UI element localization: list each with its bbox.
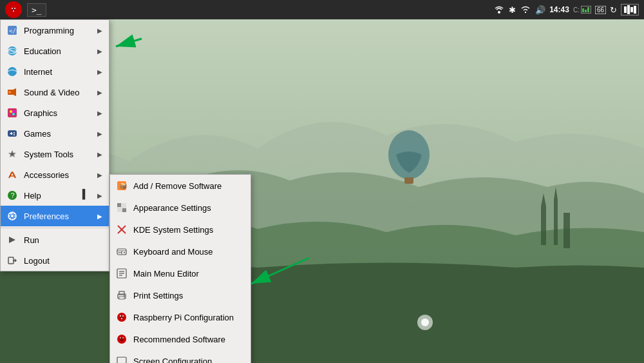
- kde-system-settings-icon: [115, 223, 128, 236]
- volume-icon[interactable]: 🔊: [535, 5, 545, 15]
- svg-point-34: [14, 132, 15, 133]
- svg-point-63: [124, 295, 125, 297]
- menu-item-sound-video[interactable]: Sound & Video ▶: [1, 82, 109, 103]
- games-label: Games: [24, 129, 92, 139]
- svg-point-15: [14, 8, 15, 9]
- menu-item-programming[interactable]: </> Programming ▶: [1, 20, 109, 41]
- svg-rect-9: [404, 177, 413, 184]
- submenu-item-main-menu-editor[interactable]: Main Menu Editor: [110, 262, 251, 284]
- education-label: Education: [24, 46, 92, 56]
- screen-configuration-icon: [115, 355, 128, 363]
- svg-rect-47: [122, 208, 126, 212]
- svg-marker-25: [13, 88, 16, 96]
- network-manager-icon[interactable]: [493, 3, 505, 17]
- menu-item-run[interactable]: Run: [1, 230, 109, 250]
- svg-rect-53: [118, 252, 120, 253]
- menu-item-accessories[interactable]: Accessories ▶: [1, 164, 109, 185]
- menu-item-preferences[interactable]: Preferences ▶: [1, 206, 109, 226]
- submenu-item-add-remove-software[interactable]: 📦 Add / Remove Software: [110, 175, 251, 197]
- preferences-arrow: ▶: [97, 213, 102, 220]
- wifi-icon[interactable]: [520, 3, 531, 17]
- svg-text:</>: </>: [9, 28, 18, 34]
- svg-point-28: [10, 110, 12, 113]
- submenu-item-screen-configuration[interactable]: Screen Configuration: [110, 350, 251, 363]
- menu-item-games[interactable]: Games ▶: [1, 123, 109, 144]
- menu-item-internet[interactable]: Internet ▶: [1, 61, 109, 82]
- display-settings-icon[interactable]: [621, 4, 639, 15]
- bluetooth-icon[interactable]: ✱: [509, 5, 516, 15]
- svg-rect-33: [10, 133, 13, 135]
- topbar-left: >_: [5, 1, 46, 18]
- submenu-item-print-settings[interactable]: Print Settings: [110, 284, 251, 306]
- logout-icon: [6, 254, 19, 267]
- graphics-arrow: ▶: [97, 110, 102, 117]
- programming-arrow: ▶: [97, 27, 102, 34]
- menu-item-system-tools[interactable]: System Tools ▶: [1, 144, 109, 164]
- menu-item-education[interactable]: Education ▶: [1, 41, 109, 61]
- games-icon: [6, 127, 19, 140]
- refresh-icon[interactable]: ↻: [610, 5, 617, 15]
- programming-label: Programming: [24, 26, 92, 35]
- add-remove-software-icon: 📦: [115, 179, 128, 192]
- svg-point-36: [11, 153, 14, 155]
- keyboard-mouse-label: Keyboard and Mouse: [133, 247, 213, 257]
- recommended-software-label: Recommended Software: [133, 335, 225, 344]
- submenu-item-raspberry-pi-config[interactable]: Raspberry Pi Configuration: [110, 306, 251, 328]
- svg-text:?: ?: [11, 191, 15, 199]
- accessories-arrow: ▶: [97, 172, 102, 179]
- preferences-icon: [6, 210, 19, 222]
- menu-item-help[interactable]: ? Help ▶: [1, 185, 109, 206]
- logout-label: Logout: [24, 256, 102, 266]
- svg-rect-3: [554, 200, 558, 245]
- svg-point-16: [13, 10, 14, 12]
- submenu-item-recommended-software[interactable]: Recommended Software: [110, 328, 251, 350]
- terminal-button[interactable]: >_: [27, 3, 46, 17]
- svg-rect-46: [117, 203, 121, 207]
- preferences-label: Preferences: [24, 211, 92, 221]
- graphics-icon: [6, 106, 19, 119]
- raspberry-pi-config-label: Raspberry Pi Configuration: [133, 313, 234, 322]
- run-icon: [6, 233, 19, 246]
- internet-icon: [6, 65, 19, 78]
- kde-system-settings-label: KDE System Settings: [133, 225, 213, 235]
- svg-point-72: [122, 337, 124, 338]
- svg-rect-62: [119, 297, 124, 299]
- svg-point-68: [121, 318, 122, 319]
- submenu-item-appearance-settings[interactable]: Appearance Settings: [110, 197, 251, 219]
- clock: 14:43: [549, 5, 569, 14]
- svg-point-29: [12, 113, 15, 115]
- keyboard-mouse-icon: [115, 245, 128, 258]
- screen-configuration-label: Screen Configuration: [133, 357, 212, 364]
- education-arrow: ▶: [97, 48, 102, 55]
- cpu-indicator: C:: [573, 6, 591, 14]
- application-menu: </> Programming ▶ Education ▶: [0, 19, 109, 271]
- submenu-item-keyboard-mouse[interactable]: Keyboard and Mouse: [110, 240, 251, 262]
- print-settings-label: Print Settings: [133, 291, 183, 300]
- menu-item-logout[interactable]: Logout: [1, 250, 109, 271]
- svg-rect-1: [541, 206, 546, 245]
- svg-point-14: [12, 8, 13, 9]
- accessories-label: Accessories: [24, 170, 92, 180]
- svg-rect-54: [120, 252, 122, 253]
- menu-item-graphics[interactable]: Graphics ▶: [1, 103, 109, 123]
- submenu-item-kde-system-settings[interactable]: KDE System Settings: [110, 219, 251, 240]
- system-tools-label: System Tools: [24, 150, 92, 159]
- print-settings-icon: [115, 289, 128, 302]
- main-menu-panel: </> Programming ▶ Education ▶: [0, 19, 109, 271]
- main-menu-editor-icon: [115, 267, 128, 280]
- graphics-label: Graphics: [24, 108, 92, 118]
- svg-point-40: [11, 215, 14, 217]
- svg-marker-41: [9, 237, 15, 243]
- main-menu-editor-label: Main Menu Editor: [133, 269, 199, 279]
- sound-video-icon: [6, 86, 19, 99]
- add-remove-software-label: Add / Remove Software: [133, 181, 222, 191]
- internet-label: Internet: [24, 67, 92, 77]
- run-label: Run: [24, 235, 102, 245]
- top-panel: >_ ✱ 🔊 14:43 C:: [0, 0, 644, 19]
- svg-point-23: [8, 67, 17, 76]
- svg-point-71: [120, 337, 121, 338]
- raspberry-menu-button[interactable]: [5, 1, 22, 18]
- svg-rect-5: [564, 213, 570, 248]
- svg-point-17: [498, 11, 500, 14]
- help-label: Help: [24, 191, 92, 201]
